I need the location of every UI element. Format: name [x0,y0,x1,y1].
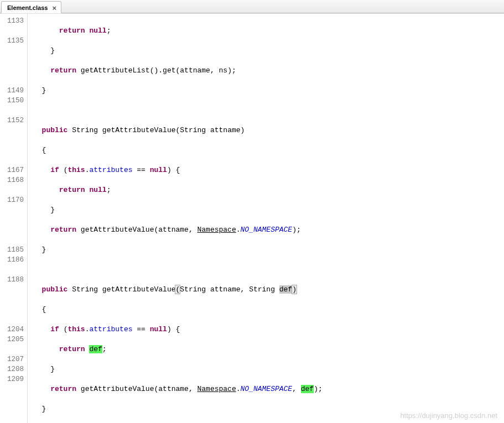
line-number: 1150 [0,96,24,106]
tab-title: Element.class [7,4,48,11]
code-line[interactable]: public String getAttributeValue(String a… [33,285,504,295]
line-number: 1188 [0,275,24,285]
tab-bar: Element.class × [0,0,504,13]
code-line[interactable]: if (this.attributes == null) { [33,325,504,335]
code-line[interactable]: { [33,305,504,315]
code-line[interactable]: if (this.attributes == null) { [33,165,504,175]
code-line[interactable]: return null; [33,185,504,195]
line-number: 1133 [0,16,24,26]
code-line[interactable] [33,265,504,275]
line-number: 1152 [0,116,24,126]
line-number: 1135 [0,36,24,46]
code-area[interactable]: return null; } return getAttributeList()… [28,14,504,423]
code-line[interactable]: } [33,46,504,56]
line-number: 1167 [0,165,24,175]
line-number: 1204 [0,325,24,335]
line-number: 1207 [0,354,24,364]
code-line[interactable]: public String getAttributeValue(String a… [33,126,504,135]
code-line[interactable]: } [33,205,504,215]
editor-area: 1133 1135 1149 1150 1152 1167 1168 1170 … [0,13,504,423]
line-number: 1208 [0,364,24,374]
editor-tab[interactable]: Element.class × [1,1,61,13]
line-number: 1170 [0,195,24,205]
line-number: 1209 [0,374,24,384]
code-line[interactable]: } [33,86,504,96]
close-icon[interactable]: × [51,4,58,12]
line-number: 1149 [0,86,24,96]
line-number-gutter: 1133 1135 1149 1150 1152 1167 1168 1170 … [0,14,28,423]
line-number: 1186 [0,255,24,265]
line-number: 1205 [0,335,24,344]
code-line[interactable]: return def; [33,344,504,354]
line-number: 1185 [0,245,24,255]
code-line[interactable]: return getAttributeValue(attname, Namesp… [33,225,504,235]
code-line[interactable]: { [33,145,504,155]
code-line[interactable]: return getAttributeList().get(attname, n… [33,66,504,76]
code-line[interactable]: } [33,245,504,255]
code-line[interactable] [33,106,504,116]
code-line[interactable]: return null; [33,26,504,36]
code-line[interactable]: return getAttributeValue(attname, Namesp… [33,384,504,394]
line-number: 1168 [0,175,24,185]
code-line[interactable]: } [33,364,504,374]
code-line[interactable]: } [33,404,504,414]
